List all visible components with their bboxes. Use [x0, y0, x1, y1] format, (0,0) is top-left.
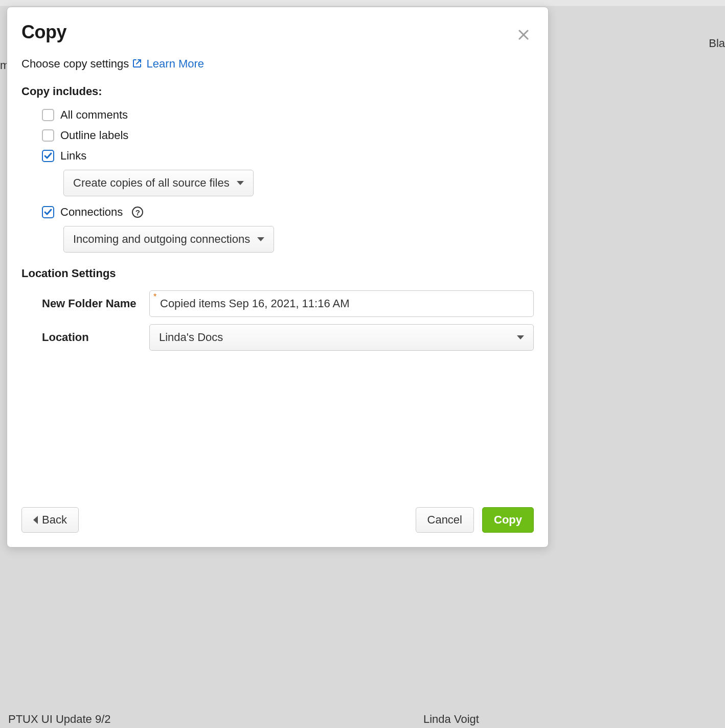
close-icon: [518, 29, 529, 40]
required-indicator: *: [153, 292, 156, 302]
close-button[interactable]: [513, 25, 534, 45]
caret-down-icon: [257, 237, 264, 241]
all-comments-label: All comments: [60, 108, 128, 122]
cancel-button[interactable]: Cancel: [416, 507, 474, 533]
subtitle-text: Choose copy settings: [21, 57, 129, 70]
copy-button[interactable]: Copy: [482, 507, 534, 533]
links-label: Links: [60, 149, 86, 163]
connections-dropdown[interactable]: Incoming and outgoing connections: [63, 226, 274, 253]
learn-more-link[interactable]: Learn More: [132, 57, 204, 70]
help-icon[interactable]: ?: [132, 207, 143, 218]
location-select[interactable]: Linda's Docs: [149, 324, 534, 351]
copy-modal: Copy Choose copy settings Learn More Cop…: [7, 7, 549, 548]
links-source-dropdown[interactable]: Create copies of all source files: [63, 170, 254, 196]
back-button[interactable]: Back: [21, 507, 79, 533]
chevron-left-icon: [33, 516, 38, 524]
all-comments-checkbox[interactable]: [42, 109, 54, 121]
outline-labels-label: Outline labels: [60, 129, 128, 142]
copy-includes-label: Copy includes:: [21, 85, 534, 98]
connections-label: Connections: [60, 206, 123, 219]
modal-title: Copy: [21, 21, 66, 43]
connections-checkbox[interactable]: [42, 206, 54, 218]
location-settings-label: Location Settings: [21, 267, 534, 280]
links-checkbox[interactable]: [42, 150, 54, 162]
location-label: Location: [42, 331, 149, 344]
external-link-icon: [132, 58, 142, 69]
new-folder-name-label: New Folder Name: [42, 297, 149, 310]
caret-down-icon: [517, 335, 524, 339]
caret-down-icon: [237, 181, 244, 185]
new-folder-name-input[interactable]: [149, 290, 534, 317]
outline-labels-checkbox[interactable]: [42, 129, 54, 142]
